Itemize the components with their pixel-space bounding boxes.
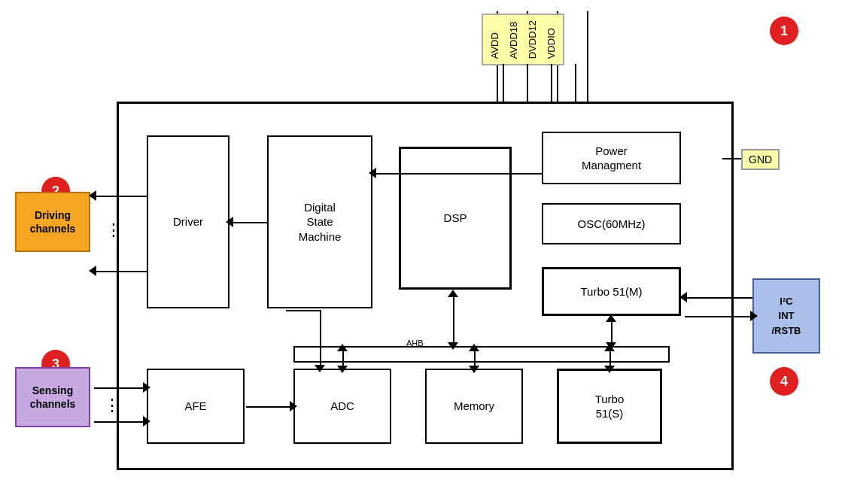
turbo51s-block: Turbo51(S) [557, 369, 662, 444]
mem-ahb-down [469, 366, 479, 373]
adc-ahb-up [337, 344, 348, 351]
dsm-drv-arrowhead [226, 217, 233, 227]
pm-dsm-h [374, 173, 542, 175]
dsp-ahb-down [448, 342, 458, 350]
vddio-line [587, 11, 588, 102]
i2c-arrow-h2 [685, 316, 752, 317]
dsp-block: DSP [399, 147, 512, 290]
t51s-ahb-up [604, 344, 615, 351]
avdd18-label: AVDD18 [505, 19, 522, 60]
badge-1: 1 [770, 17, 798, 45]
sense-arrowhead-r1 [143, 382, 150, 393]
drv-arrowhead-l2 [89, 266, 96, 276]
ps-line1 [503, 64, 504, 102]
ps-line2 [527, 64, 528, 102]
i2c-arrow-h1 [685, 297, 752, 299]
diagram: AVDD AVDD18 DVDD12 VDDIO 1 GND 2 Driving… [0, 0, 845, 504]
vddio-label: VDDIO [543, 19, 560, 60]
driver-block: Driver [147, 135, 229, 308]
adc-ahb-down [337, 366, 348, 373]
memory-block: Memory [425, 369, 523, 444]
i2c-arrowhead-out [750, 311, 758, 321]
dsp-ahb-up [448, 290, 458, 297]
dsp-ahb-v [453, 293, 454, 346]
dots-driving: ⋮ [105, 222, 122, 238]
mem-ahb-up [469, 344, 479, 351]
dsm-block: DigitalStateMachine [267, 135, 372, 308]
dsm-h-to-afe [286, 310, 321, 311]
avdd-label: AVDD [486, 19, 503, 60]
osc-block: OSC(60MHz) [542, 203, 681, 244]
i2c-arrowhead-in [679, 292, 687, 302]
driving-channels-box: Drivingchannels [15, 192, 90, 252]
power-supply-group: AVDD AVDD18 DVDD12 VDDIO [482, 14, 564, 65]
ps-line4 [575, 64, 576, 102]
pm-dsm-arrowhead [369, 168, 376, 178]
sensing-channels-box: Sensingchannels [15, 367, 90, 427]
drv-arrow-h2 [94, 271, 147, 272]
afe-adc-h [246, 406, 293, 408]
power-mgmt-block: PowerManagment [542, 132, 681, 184]
ps-line3 [551, 64, 552, 102]
dots-sensing: ⋮ [104, 397, 120, 414]
dvdd12-label: DVDD12 [524, 19, 541, 60]
sense-arrowhead-r2 [143, 416, 150, 427]
t51m-ahb-up [606, 314, 616, 322]
afe-block: AFE [147, 369, 245, 444]
afe-adc-arrowhead [290, 401, 297, 411]
sense-arrow-h2 [94, 421, 147, 423]
turbo51m-block: Turbo 51(M) [542, 267, 681, 316]
gnd-label: GND [741, 149, 780, 170]
badge-4: 4 [770, 367, 798, 396]
drv-arrow-h1 [94, 196, 147, 197]
t51s-ahb-down [604, 366, 615, 373]
sense-arrow-h1 [94, 387, 147, 389]
drv-arrowhead-l1 [89, 190, 96, 201]
dsm-drv-h [231, 222, 267, 223]
gnd-hline [722, 158, 741, 159]
i2c-box: I²CINT/RSTB [752, 278, 820, 354]
ahb-label: AHB [406, 339, 424, 348]
dsm-down-arrowhead [315, 365, 325, 372]
dsm-down-v [320, 310, 321, 369]
adc-block: ADC [293, 369, 391, 444]
